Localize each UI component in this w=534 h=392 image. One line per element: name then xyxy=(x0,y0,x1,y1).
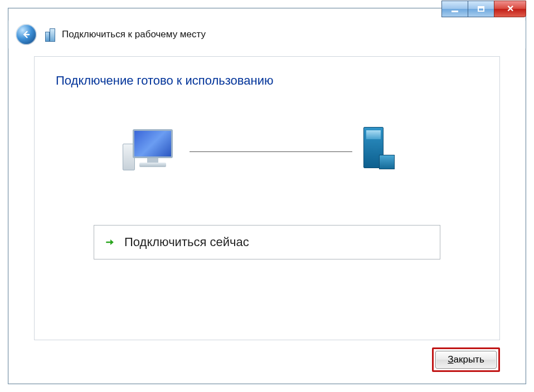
close-button[interactable]: Закрыть xyxy=(435,351,497,369)
page-heading: Подключение готово к использованию xyxy=(56,74,273,88)
close-button-label: Закрыть xyxy=(448,354,484,365)
minimize-button[interactable] xyxy=(441,1,468,17)
back-button[interactable] xyxy=(16,24,36,45)
maximize-icon xyxy=(478,6,484,12)
connection-line xyxy=(190,151,352,152)
window-close-button[interactable]: ✕ xyxy=(494,1,526,17)
server-icon xyxy=(360,127,399,175)
wizard-footer: Закрыть xyxy=(34,346,500,374)
wizard-content: Подключение готово к использованию xyxy=(34,56,500,340)
client-computer-icon xyxy=(129,129,179,174)
connect-now-link[interactable]: Подключиться сейчас xyxy=(94,225,440,259)
close-icon: ✕ xyxy=(507,4,514,13)
connect-now-label: Подключиться сейчас xyxy=(124,235,249,249)
minimize-icon xyxy=(452,11,458,12)
close-button-highlight: Закрыть xyxy=(432,347,500,372)
connection-diagram xyxy=(35,124,499,185)
window-title: Подключиться к рабочему месту xyxy=(62,29,206,40)
window-caption-buttons: ✕ xyxy=(442,1,526,17)
wizard-header: Подключиться к рабочему месту xyxy=(8,21,526,48)
go-arrow-icon xyxy=(104,236,116,248)
back-icon xyxy=(21,30,31,40)
wizard-window: ✕ Подключиться к рабочему месту Подключе… xyxy=(8,8,526,384)
connection-icon xyxy=(44,27,56,42)
maximize-button[interactable] xyxy=(468,1,494,17)
